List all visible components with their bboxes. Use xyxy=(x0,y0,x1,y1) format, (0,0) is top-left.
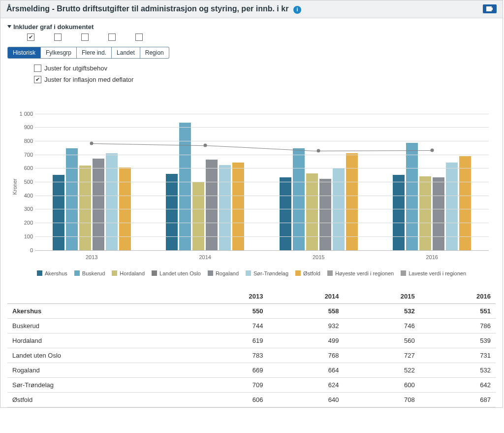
row-value: 744 xyxy=(192,318,268,333)
row-value: 783 xyxy=(192,348,268,363)
row-value: 560 xyxy=(344,333,420,348)
row-value: 532 xyxy=(344,303,420,318)
row-value: 727 xyxy=(344,348,420,363)
legend-item[interactable]: Høyeste verdi i regionen xyxy=(327,270,394,276)
option-checkbox-1[interactable] xyxy=(34,76,41,83)
bar xyxy=(66,148,78,250)
include-checkbox-1[interactable] xyxy=(54,33,62,41)
panel-header: Årsmelding - Brutto driftsutgifter til a… xyxy=(0,0,503,18)
row-value: 619 xyxy=(192,333,268,348)
legend-label: Buskerud xyxy=(82,270,105,276)
row-label: Østfold xyxy=(7,392,192,407)
tab-fylkesgrp[interactable]: Fylkesgrp xyxy=(41,47,77,59)
row-value: 499 xyxy=(268,333,344,348)
x-tick-label: 2013 xyxy=(35,254,149,260)
legend-label: Høyeste verdi i regionen xyxy=(335,270,394,276)
panel: Årsmelding - Brutto driftsutgifter til a… xyxy=(0,0,503,408)
legend-swatch xyxy=(401,270,406,276)
table-row: Buskerud744932746786 xyxy=(7,318,496,333)
y-tick-label: 500 xyxy=(14,179,33,185)
legend-item[interactable]: Buskerud xyxy=(74,270,105,276)
row-value: 522 xyxy=(344,363,420,377)
panel-body: Inkluder graf i dokumentet HistoriskFylk… xyxy=(0,18,503,407)
row-value: 550 xyxy=(192,303,268,318)
legend-item[interactable]: Rogaland xyxy=(208,270,239,276)
page-title: Årsmelding - Brutto driftsutgifter til a… xyxy=(6,4,288,13)
bar xyxy=(419,176,431,250)
row-value: 606 xyxy=(192,392,268,407)
row-value: 539 xyxy=(420,333,496,348)
y-tick-label: 700 xyxy=(14,152,33,158)
bar xyxy=(293,148,305,250)
chevron-down-icon xyxy=(7,25,11,28)
info-icon[interactable]: i xyxy=(293,6,301,14)
table-header-year: 2016 xyxy=(420,289,496,304)
legend-swatch xyxy=(246,270,251,276)
tab-flereind[interactable]: Flere ind. xyxy=(77,47,112,59)
include-checkbox-0[interactable] xyxy=(27,33,34,41)
legend-swatch xyxy=(37,270,42,276)
row-label: Rogaland xyxy=(7,363,192,377)
option-label: Juster for inflasjon med deflator xyxy=(44,76,133,83)
x-tick-label: 2015 xyxy=(262,254,376,260)
bar xyxy=(280,177,291,250)
include-checkbox-4[interactable] xyxy=(135,33,143,41)
tab-region[interactable]: Region xyxy=(140,47,169,59)
chart-legend: AkershusBuskerudHordalandLandet uten Osl… xyxy=(7,270,496,276)
include-graph-label: Inkluder graf i dokumentet xyxy=(13,23,94,31)
include-graph-checkboxes xyxy=(27,33,496,41)
option-checkbox-0[interactable] xyxy=(34,65,41,72)
row-label: Sør-Trøndelag xyxy=(7,377,192,392)
plot-area: 2013201420152016 01002003004005006007008… xyxy=(35,114,489,251)
legend-label: Rogaland xyxy=(216,270,239,276)
row-label: Hordaland xyxy=(7,333,192,348)
row-label: Landet uten Oslo xyxy=(7,348,192,363)
x-tick-label: 2016 xyxy=(376,254,489,260)
bar xyxy=(179,123,191,250)
legend-item[interactable]: Akershus xyxy=(37,270,67,276)
bar xyxy=(406,143,418,250)
legend-swatch xyxy=(152,270,157,276)
legend-label: Hordaland xyxy=(120,270,145,276)
row-value: 932 xyxy=(268,318,344,333)
table-row: Akershus550558532551 xyxy=(7,303,496,318)
tab-historisk[interactable]: Historisk xyxy=(7,47,41,59)
row-value: 558 xyxy=(268,303,344,318)
legend-swatch xyxy=(74,270,80,276)
row-value: 709 xyxy=(192,377,268,392)
table-row: Østfold606640708687 xyxy=(7,392,496,407)
legend-item[interactable]: Sør-Trøndelag xyxy=(246,270,288,276)
y-tick-label: 0 xyxy=(14,247,33,253)
row-value: 640 xyxy=(268,392,344,407)
bar xyxy=(446,163,458,250)
bar xyxy=(192,182,204,250)
y-tick-label: 800 xyxy=(14,138,33,144)
include-checkbox-2[interactable] xyxy=(81,33,89,41)
legend-item[interactable]: Laveste verdi i regionen xyxy=(401,270,466,276)
legend-item[interactable]: Hordaland xyxy=(112,270,145,276)
row-value: 551 xyxy=(420,303,496,318)
row-value: 731 xyxy=(420,348,496,363)
legend-item[interactable]: Østfold xyxy=(295,270,320,276)
row-value: 600 xyxy=(344,377,420,392)
bar xyxy=(232,163,244,250)
legend-swatch xyxy=(295,270,301,276)
y-tick-label: 400 xyxy=(14,193,33,199)
tab-landet[interactable]: Landet xyxy=(112,47,140,59)
legend-swatch xyxy=(327,270,333,276)
legend-label: Laveste verdi i regionen xyxy=(409,270,466,276)
table-row: Rogaland669664522532 xyxy=(7,363,496,377)
option-label: Juster for utgiftsbehov xyxy=(44,65,107,72)
table-header-year: 2013 xyxy=(192,289,268,304)
include-checkbox-3[interactable] xyxy=(108,33,116,41)
row-value: 708 xyxy=(344,392,420,407)
include-graph-toggle[interactable]: Inkluder graf i dokumentet xyxy=(7,23,496,31)
export-button[interactable] xyxy=(483,4,497,13)
table-header-blank xyxy=(7,289,192,304)
row-value: 642 xyxy=(420,377,496,392)
row-value: 768 xyxy=(268,348,344,363)
legend-item[interactable]: Landet uten Oslo xyxy=(152,270,201,276)
row-value: 532 xyxy=(420,363,496,377)
table-row: Sør-Trøndelag709624600642 xyxy=(7,377,496,392)
y-tick-label: 1 000 xyxy=(14,111,33,117)
